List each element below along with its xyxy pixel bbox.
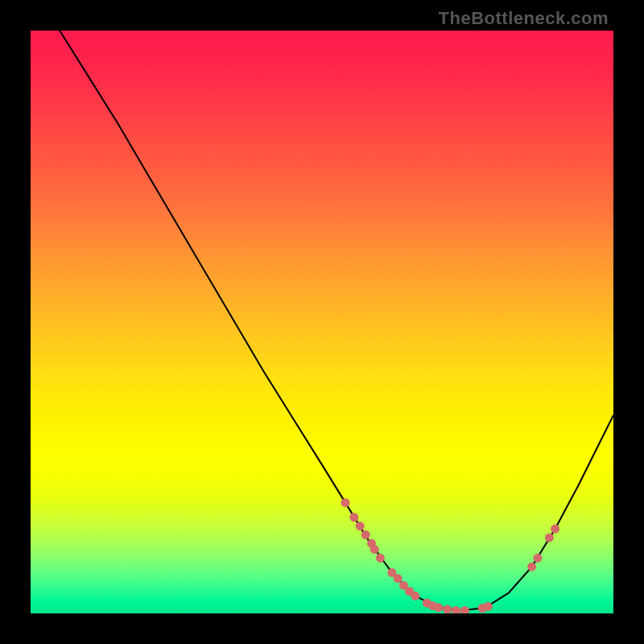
highlight-dot	[376, 554, 385, 563]
bottleneck-chart: TheBottleneck.com	[0, 0, 644, 644]
plot-area	[31, 31, 613, 613]
highlight-dot	[460, 606, 469, 613]
highlight-dot	[545, 533, 554, 542]
highlight-dot	[434, 603, 443, 612]
highlight-dot	[370, 545, 379, 554]
highlight-dot	[443, 605, 452, 613]
watermark-text: TheBottleneck.com	[439, 8, 609, 29]
highlight-dot	[484, 602, 493, 611]
highlight-dot	[527, 563, 536, 572]
highlight-dot	[551, 525, 559, 534]
highlight-dot	[349, 513, 358, 522]
curve-layer	[31, 31, 613, 613]
highlight-dot	[452, 606, 460, 613]
highlight-dot	[356, 522, 365, 530]
bottleneck-curve	[60, 31, 613, 610]
highlight-dot	[533, 554, 542, 563]
highlight-dot	[394, 574, 402, 583]
highlight-dot	[411, 592, 419, 601]
highlight-dot	[341, 498, 350, 507]
highlight-dot	[361, 530, 370, 539]
highlight-dots	[341, 498, 560, 613]
